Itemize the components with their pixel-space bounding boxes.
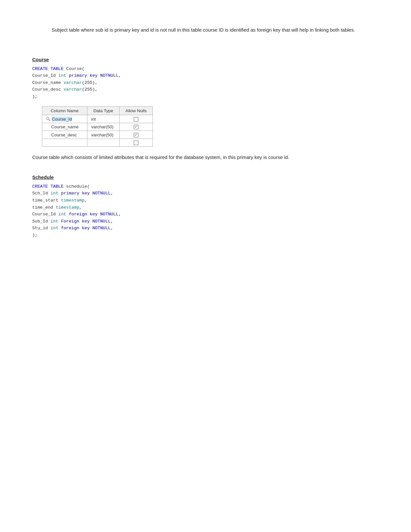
course-name-type: varchar(50) xyxy=(87,123,120,131)
course-desc-type: varchar(50) xyxy=(87,131,120,139)
schedule-code-block: CREATE TABLE schedule( Sch_Id int primar… xyxy=(32,183,379,239)
schedule-title: Schedule xyxy=(32,174,379,180)
course-id-cell: Course_Id xyxy=(42,115,87,123)
col-header-name: Column Name xyxy=(42,107,87,115)
course-id-type: int xyxy=(87,115,120,123)
course-id-name: Course_Id xyxy=(52,117,72,122)
svg-point-0 xyxy=(47,117,49,120)
table-row: Course_Id int xyxy=(42,115,153,123)
intro-paragraph: Subject table where sub id is primary ke… xyxy=(32,26,379,34)
table-row xyxy=(42,139,153,146)
empty-nulls-cell xyxy=(120,139,153,146)
course-description: Course table which consists of limited a… xyxy=(32,153,379,162)
course-name-nulls xyxy=(120,123,153,131)
course-code-block: CREATE TABLE Course( Course_Id int prima… xyxy=(32,65,379,100)
course-section: Course CREATE TABLE Course( Course_Id in… xyxy=(32,57,379,162)
col-header-nulls: Allow Nulls xyxy=(120,107,153,115)
course-desc-nulls xyxy=(120,131,153,139)
primary-key-icon xyxy=(46,117,51,121)
col-header-type: Data Type xyxy=(87,107,120,115)
schedule-section: Schedule CREATE TABLE schedule( Sch_Id i… xyxy=(32,174,379,239)
course-id-nulls xyxy=(120,115,153,123)
course-name-cell: Course_name xyxy=(42,123,87,131)
course-table: Column Name Data Type Allow Nulls xyxy=(42,106,153,147)
checkbox-unchecked xyxy=(134,117,138,122)
checkbox-unchecked xyxy=(134,141,138,145)
table-row: Course_desc varchar(50) xyxy=(42,131,153,139)
table-row: Course_name varchar(50) xyxy=(42,123,153,131)
course-title: Course xyxy=(32,57,379,62)
empty-name-cell xyxy=(42,139,87,146)
checkbox-checked xyxy=(134,125,138,129)
course-desc-cell: Course_desc xyxy=(42,131,87,139)
checkbox-checked xyxy=(134,133,138,137)
empty-type-cell xyxy=(87,139,120,146)
